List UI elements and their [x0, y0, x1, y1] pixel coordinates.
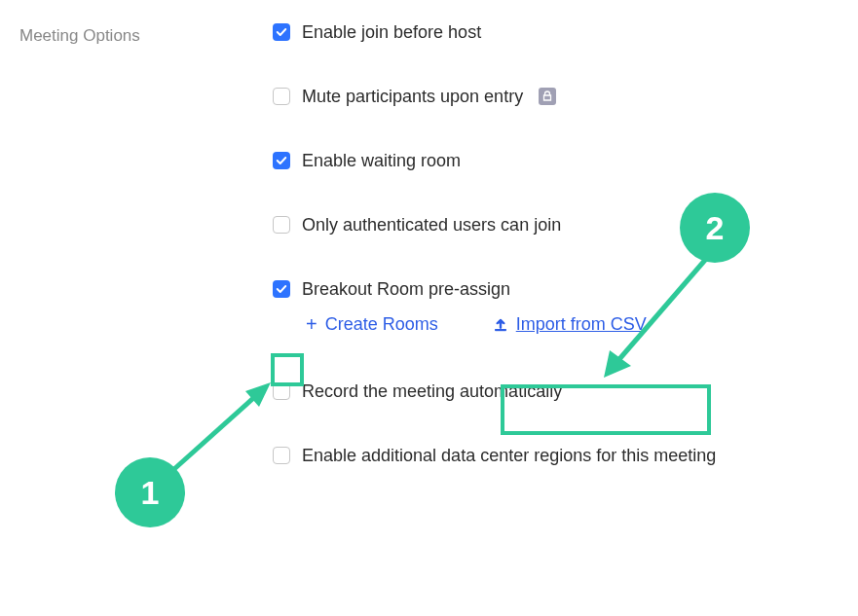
check-icon: [276, 155, 287, 166]
svg-rect-0: [495, 329, 505, 331]
breakout-actions: + Create Rooms Import from CSV: [273, 308, 839, 336]
option-breakout-preassign: Breakout Room pre-assign + Create Rooms …: [273, 280, 839, 336]
checkbox-record-auto[interactable]: [273, 382, 290, 400]
check-icon: [276, 26, 287, 38]
checkbox-breakout-preassign[interactable]: [273, 280, 290, 298]
checkbox-mute-on-entry[interactable]: [273, 88, 290, 105]
option-label: Enable additional data center regions fo…: [302, 447, 716, 464]
locked-icon: [539, 88, 556, 105]
plus-icon: +: [306, 313, 317, 336]
create-rooms-label: Create Rooms: [325, 314, 438, 335]
checkbox-data-center-regions[interactable]: [273, 447, 290, 464]
option-enable-join-before-host: Enable join before host: [273, 23, 839, 41]
section-title: Meeting Options: [19, 23, 273, 464]
option-label: Enable waiting room: [302, 152, 461, 169]
option-mute-on-entry: Mute participants upon entry: [273, 88, 839, 105]
option-record-auto: Record the meeting automatically: [273, 382, 839, 400]
option-label: Only authenticated users can join: [302, 216, 561, 234]
checkbox-auth-users-only[interactable]: [273, 216, 290, 234]
create-rooms-link[interactable]: + Create Rooms: [306, 313, 438, 336]
option-auth-users-only: Only authenticated users can join: [273, 216, 839, 234]
checkbox-enable-join-before-host[interactable]: [273, 23, 290, 41]
option-data-center-regions: Enable additional data center regions fo…: [273, 447, 839, 464]
meeting-options-list: Enable join before host Mute participant…: [273, 23, 839, 464]
upload-icon: [493, 317, 508, 333]
option-label: Breakout Room pre-assign: [302, 280, 510, 298]
option-label: Enable join before host: [302, 23, 481, 41]
check-icon: [276, 283, 287, 295]
option-label: Record the meeting automatically: [302, 382, 562, 400]
import-csv-link[interactable]: Import from CSV: [493, 314, 647, 335]
option-waiting-room: Enable waiting room: [273, 152, 839, 169]
svg-rect-1: [500, 322, 502, 328]
option-label: Mute participants upon entry: [302, 88, 523, 105]
import-csv-label: Import from CSV: [516, 314, 647, 335]
checkbox-waiting-room[interactable]: [273, 152, 290, 169]
